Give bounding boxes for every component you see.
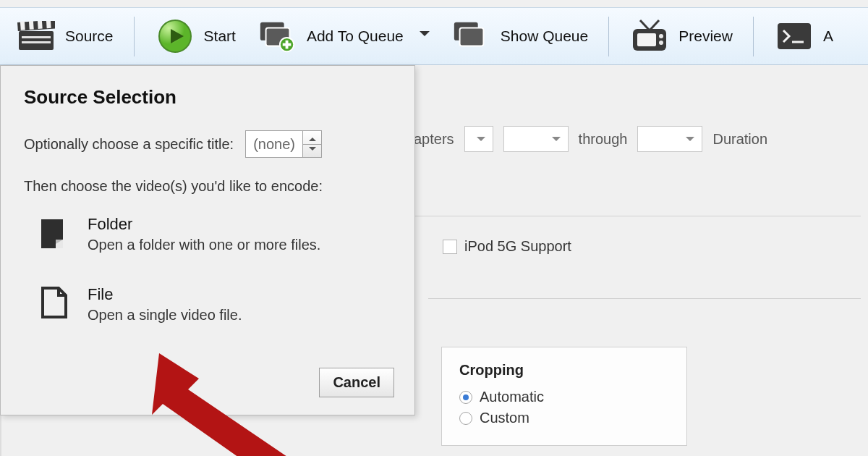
ipod-row: iPod 5G Support [443, 238, 861, 255]
chevron-up-icon [309, 134, 316, 141]
add-to-queue-button[interactable]: Add To Queue [250, 15, 437, 57]
start-button[interactable]: Start [148, 15, 243, 57]
toolbar-separator [753, 17, 754, 56]
svg-point-21 [659, 34, 663, 38]
duration-label: Duration [712, 131, 767, 148]
svg-rect-2 [20, 21, 25, 30]
show-queue-button[interactable]: Show Queue [444, 15, 595, 57]
activity-label: A [823, 28, 833, 45]
chapters-label: apters [414, 131, 454, 148]
through-label: through [579, 131, 628, 148]
spinner-value: (none) [246, 131, 302, 157]
toolbar: Source Start [0, 7, 868, 65]
add-queue-label: Add To Queue [307, 28, 404, 45]
chapters-unit-dropdown[interactable] [464, 126, 493, 152]
spinner-up[interactable] [303, 131, 321, 145]
chevron-down-icon [309, 147, 316, 154]
chapter-start-dropdown[interactable] [503, 126, 569, 152]
folder-subtitle: Open a folder with one or more files. [88, 237, 320, 253]
svg-rect-6 [22, 36, 51, 38]
svg-rect-0 [19, 31, 54, 50]
svg-rect-4 [38, 21, 43, 29]
file-icon [37, 285, 72, 320]
cropping-title: Cropping [459, 362, 669, 379]
divider [428, 298, 861, 299]
radio-custom[interactable] [459, 412, 472, 425]
ipod-label: iPod 5G Support [464, 238, 571, 255]
file-title: File [88, 285, 242, 304]
svg-marker-28 [43, 288, 66, 317]
toolbar-separator [608, 17, 609, 56]
source-selection-popup: Source Selection Optionally choose a spe… [0, 65, 415, 415]
tv-icon [629, 20, 670, 53]
terminal-icon [774, 20, 814, 53]
svg-rect-3 [29, 21, 34, 30]
title-spinner[interactable]: (none) [245, 130, 322, 158]
queue-icon [451, 20, 492, 53]
folder-icon [37, 215, 72, 250]
choose-title-row: Optionally choose a specific title: (non… [24, 130, 391, 158]
popup-title: Source Selection [24, 86, 391, 109]
svg-rect-5 [46, 21, 51, 28]
svg-rect-23 [778, 23, 811, 49]
radio-automatic[interactable] [459, 391, 472, 404]
spinner-buttons [302, 131, 321, 157]
preview-button[interactable]: Preview [622, 15, 740, 57]
source-button[interactable]: Source [9, 15, 121, 57]
svg-line-18 [650, 20, 659, 30]
svg-point-22 [659, 41, 663, 45]
clapperboard-icon [16, 20, 56, 53]
cropping-auto-row[interactable]: Automatic [459, 389, 669, 405]
option-folder[interactable]: Folder Open a folder with one or more fi… [37, 215, 391, 253]
svg-rect-7 [22, 41, 51, 43]
ipod-checkbox[interactable] [443, 240, 457, 254]
svg-line-17 [640, 20, 650, 30]
folder-title: Folder [88, 215, 320, 234]
cropping-custom-label: Custom [480, 410, 529, 426]
add-queue-icon [258, 20, 298, 53]
show-queue-label: Show Queue [501, 28, 588, 45]
start-label: Start [204, 28, 236, 45]
choose-title-label: Optionally choose a specific title: [24, 136, 234, 153]
option-file-text: File Open a single video file. [88, 285, 242, 324]
option-file[interactable]: File Open a single video file. [37, 285, 391, 324]
source-label: Source [65, 28, 114, 45]
file-subtitle: Open a single video file. [88, 307, 242, 324]
activity-button[interactable]: A [767, 15, 841, 57]
play-icon [155, 20, 195, 53]
cropping-custom-row[interactable]: Custom [459, 410, 669, 426]
chapter-end-dropdown[interactable] [637, 126, 702, 152]
cropping-panel: Cropping Automatic Custom [441, 347, 687, 446]
svg-rect-14 [283, 43, 292, 46]
toolbar-separator [134, 17, 135, 56]
chevron-down-icon [420, 31, 430, 41]
svg-rect-16 [459, 28, 483, 46]
cropping-auto-label: Automatic [480, 389, 544, 405]
preview-label: Preview [678, 28, 733, 45]
then-choose-row: Then choose the video(s) you'd like to e… [24, 178, 391, 195]
then-choose-label: Then choose the video(s) you'd like to e… [24, 178, 323, 195]
chapter-row: apters through Duration [414, 126, 861, 152]
svg-rect-20 [637, 33, 656, 46]
spinner-down[interactable] [303, 145, 321, 158]
cancel-button[interactable]: Cancel [319, 368, 394, 397]
option-folder-text: Folder Open a folder with one or more fi… [88, 215, 320, 253]
